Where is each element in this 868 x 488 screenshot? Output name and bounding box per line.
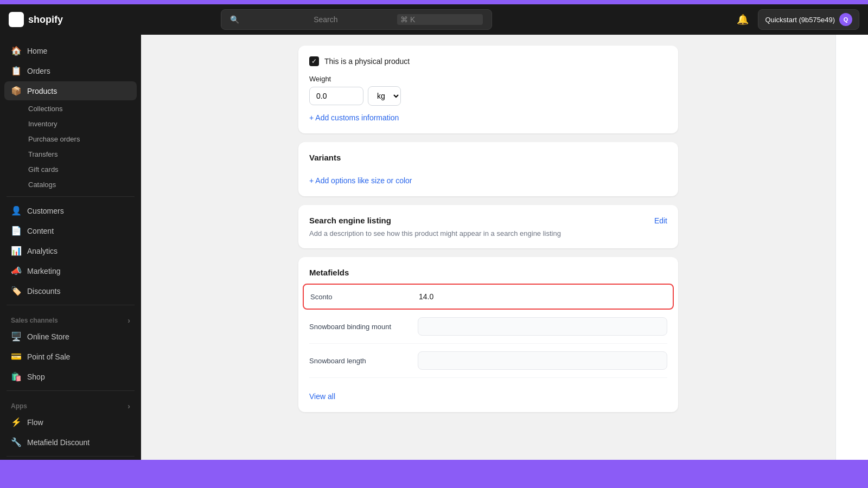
sidebar-item-shop[interactable]: 🛍️ Shop bbox=[4, 367, 137, 386]
marketing-icon: 📣 bbox=[11, 266, 22, 276]
metafield-row-snowboard-length: Snowboard length bbox=[309, 344, 667, 378]
store-selector[interactable]: Quickstart (9b575e49) Q bbox=[758, 9, 859, 30]
shopify-logo-icon: 🛍 bbox=[9, 12, 24, 27]
sidebar-item-home[interactable]: 🏠 Home bbox=[4, 41, 137, 60]
metafield-row-snowboard-binding: Snowboard binding mount bbox=[309, 310, 667, 344]
sales-channels-label: Sales channels bbox=[11, 317, 58, 324]
main-layout: 🏠 Home 📋 Orders 📦 Products Collections I… bbox=[0, 35, 868, 460]
analytics-icon: 📊 bbox=[11, 246, 22, 256]
view-all-link[interactable]: View all bbox=[309, 392, 335, 401]
metafield-row-sconto: Sconto 14.0 bbox=[303, 284, 674, 310]
sidebar-item-customers[interactable]: 👤 Customers bbox=[4, 201, 137, 220]
weight-input[interactable] bbox=[309, 87, 363, 105]
content-area: ✓ This is a physical product Weight kg l… bbox=[141, 35, 835, 460]
sidebar-item-marketing-label: Marketing bbox=[27, 267, 60, 275]
sidebar-item-point-of-sale-label: Point of Sale bbox=[27, 352, 70, 361]
content-icon: 📄 bbox=[11, 226, 22, 236]
sidebar-item-purchase-orders[interactable]: Purchase orders bbox=[22, 132, 137, 146]
nav-divider-2 bbox=[7, 305, 135, 305]
apps-expand-icon[interactable]: › bbox=[127, 402, 130, 410]
header: 🛍 shopify 🔍 Search ⌘ K 🔔 Quickstart (9b5… bbox=[0, 4, 868, 35]
metafield-value-sconto[interactable]: 14.0 bbox=[419, 292, 666, 301]
search-engine-title: Search engine listing bbox=[309, 216, 391, 225]
sidebar-item-gift-cards[interactable]: Gift cards bbox=[22, 162, 137, 177]
metafield-discount-icon: 🔧 bbox=[11, 437, 22, 447]
products-icon: 📦 bbox=[11, 86, 22, 96]
shipping-card: ✓ This is a physical product Weight kg l… bbox=[298, 46, 678, 133]
sidebar-item-analytics[interactable]: 📊 Analytics bbox=[4, 241, 137, 260]
metafield-label-sconto: Sconto bbox=[310, 293, 419, 301]
search-shortcut: ⌘ K bbox=[397, 14, 483, 25]
orders-icon: 📋 bbox=[11, 66, 22, 76]
search-container: 🔍 Search ⌘ K bbox=[221, 9, 492, 30]
search-engine-card: Search engine listing Edit Add a descrip… bbox=[298, 205, 678, 248]
sales-channels-expand-icon[interactable]: › bbox=[127, 316, 130, 325]
variants-card: Variants + Add options like size or colo… bbox=[298, 142, 678, 196]
point-of-sale-icon: 💳 bbox=[11, 351, 22, 362]
search-engine-edit-link[interactable]: Edit bbox=[654, 216, 667, 225]
sidebar-item-orders-label: Orders bbox=[27, 67, 50, 75]
sidebar-item-orders[interactable]: 📋 Orders bbox=[4, 61, 137, 80]
right-panel bbox=[835, 35, 868, 460]
header-right: 🔔 Quickstart (9b575e49) Q bbox=[734, 9, 859, 30]
sidebar-item-collections[interactable]: Collections bbox=[22, 101, 137, 116]
bottom-purple-bar bbox=[0, 460, 868, 488]
online-store-icon: 🖥️ bbox=[11, 331, 22, 342]
customers-icon: 👤 bbox=[11, 206, 22, 216]
sidebar-item-metafield-discount[interactable]: 🔧 Metafield Discount bbox=[4, 433, 137, 452]
sidebar-item-online-store-label: Online Store bbox=[27, 332, 69, 341]
content-inner: ✓ This is a physical product Weight kg l… bbox=[298, 35, 678, 432]
physical-product-checkbox[interactable]: ✓ bbox=[309, 56, 319, 66]
search-engine-desc: Add a description to see how this produc… bbox=[309, 229, 667, 237]
physical-product-label: This is a physical product bbox=[324, 57, 410, 66]
search-box[interactable]: 🔍 Search ⌘ K bbox=[221, 9, 492, 30]
apps-section: Apps › bbox=[4, 395, 137, 413]
metafield-input-snowboard-binding[interactable] bbox=[418, 317, 667, 336]
sidebar-item-marketing[interactable]: 📣 Marketing bbox=[4, 261, 137, 280]
sidebar-item-transfers[interactable]: Transfers bbox=[22, 147, 137, 162]
search-placeholder: Search bbox=[314, 15, 393, 24]
logo-text: shopify bbox=[28, 14, 63, 25]
nav-divider-3 bbox=[7, 390, 135, 391]
nav-divider-1 bbox=[7, 196, 135, 197]
sidebar-item-home-label: Home bbox=[27, 47, 47, 55]
weight-unit-select[interactable]: kg lb oz g bbox=[368, 86, 401, 106]
sidebar-item-flow[interactable]: ⚡ Flow bbox=[4, 413, 137, 432]
top-purple-bar bbox=[0, 0, 868, 4]
sidebar-item-point-of-sale[interactable]: 💳 Point of Sale bbox=[4, 347, 137, 366]
store-name: Quickstart (9b575e49) bbox=[765, 16, 835, 24]
sidebar-item-customers-label: Customers bbox=[27, 207, 64, 215]
add-options-link[interactable]: + Add options like size or color bbox=[309, 176, 412, 185]
variants-title: Variants bbox=[309, 153, 667, 162]
products-submenu: Collections Inventory Purchase orders Tr… bbox=[4, 101, 137, 192]
shop-icon: 🛍️ bbox=[11, 371, 22, 382]
notification-button[interactable]: 🔔 bbox=[734, 11, 751, 28]
sidebar-item-metafield-discount-label: Metafield Discount bbox=[27, 438, 90, 447]
metafields-title: Metafields bbox=[309, 268, 667, 277]
sidebar-item-online-store[interactable]: 🖥️ Online Store bbox=[4, 327, 137, 346]
logo[interactable]: 🛍 shopify bbox=[9, 12, 95, 27]
sidebar-item-discounts-label: Discounts bbox=[27, 287, 60, 296]
sidebar-item-shop-label: Shop bbox=[27, 373, 45, 381]
physical-product-row: ✓ This is a physical product bbox=[309, 56, 667, 66]
flow-icon: ⚡ bbox=[11, 417, 22, 427]
add-customs-link[interactable]: + Add customs information bbox=[309, 113, 399, 122]
store-avatar: Q bbox=[839, 13, 852, 26]
search-engine-header: Search engine listing Edit bbox=[309, 216, 667, 225]
sidebar-item-content-label: Content bbox=[27, 227, 54, 235]
metafields-card: Metafields Sconto 14.0 Snowboard binding… bbox=[298, 257, 678, 412]
home-icon: 🏠 bbox=[11, 46, 22, 56]
sidebar-item-products[interactable]: 📦 Products bbox=[4, 81, 137, 100]
sidebar: 🏠 Home 📋 Orders 📦 Products Collections I… bbox=[0, 35, 141, 460]
metafield-label-snowboard-binding: Snowboard binding mount bbox=[309, 323, 418, 331]
sidebar-item-flow-label: Flow bbox=[27, 418, 43, 427]
sidebar-item-discounts[interactable]: 🏷️ Discounts bbox=[4, 281, 137, 300]
sidebar-item-products-label: Products bbox=[27, 87, 57, 95]
weight-row: kg lb oz g bbox=[309, 86, 667, 106]
metafield-input-snowboard-length[interactable] bbox=[418, 351, 667, 370]
sidebar-item-content[interactable]: 📄 Content bbox=[4, 221, 137, 240]
sidebar-item-inventory[interactable]: Inventory bbox=[22, 117, 137, 131]
sales-channels-section: Sales channels › bbox=[4, 310, 137, 327]
sidebar-item-catalogs[interactable]: Catalogs bbox=[22, 177, 137, 192]
discounts-icon: 🏷️ bbox=[11, 286, 22, 296]
